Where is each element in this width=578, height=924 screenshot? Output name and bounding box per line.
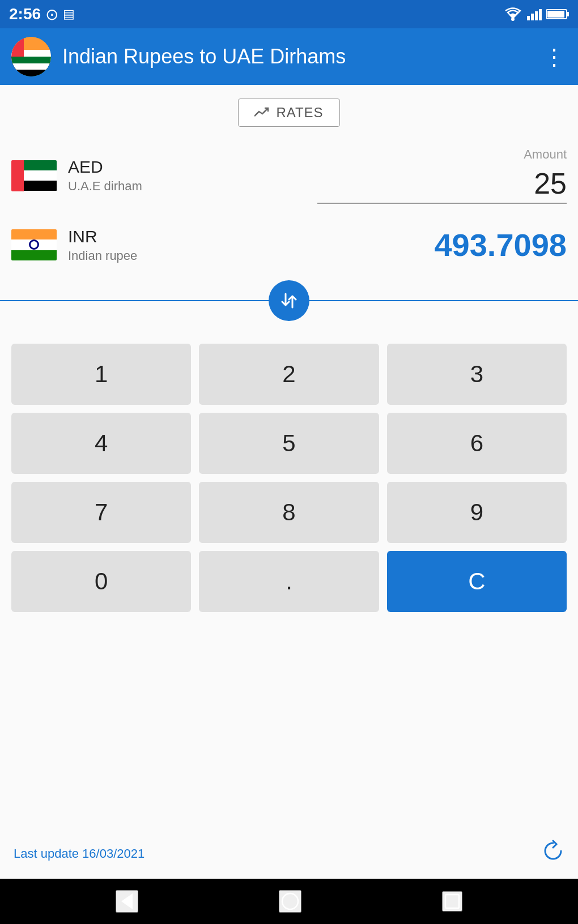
key-8[interactable]: 8: [199, 482, 379, 543]
svg-point-0: [511, 18, 515, 21]
to-currency-section: INR Indian rupee 493.7098: [0, 215, 578, 275]
svg-marker-4: [121, 893, 133, 909]
swap-button[interactable]: [269, 280, 309, 321]
status-bar: 2:56 ⊙ ▤: [0, 0, 578, 28]
key-2[interactable]: 2: [199, 344, 379, 405]
status-bar-left: 2:56 ⊙ ▤: [9, 5, 75, 24]
sd-icon: ▤: [63, 7, 75, 22]
key-clear[interactable]: C: [387, 551, 567, 612]
key-0[interactable]: 0: [11, 551, 191, 612]
signal-icon: [527, 8, 542, 20]
key-5[interactable]: 5: [199, 413, 379, 474]
key-1[interactable]: 1: [11, 344, 191, 405]
aed-code: AED: [68, 157, 317, 177]
bottom-nav: [0, 879, 578, 924]
rates-label: RATES: [276, 105, 323, 121]
key-dot[interactable]: .: [199, 551, 379, 612]
status-time: 2:56: [9, 5, 41, 23]
rates-button[interactable]: RATES: [238, 99, 339, 127]
menu-icon[interactable]: ⋮: [543, 44, 567, 70]
to-currency-row: INR Indian rupee 493.7098: [11, 215, 567, 275]
from-currency-section: AED U.A.E dirham Amount 25: [0, 136, 578, 215]
keypad: 1 2 3 4 5 6 7 8 9 0 . C: [0, 332, 578, 623]
amount-input[interactable]: 25: [317, 166, 567, 204]
converted-section: 493.7098: [317, 226, 567, 263]
inr-name: Indian rupee: [68, 249, 317, 263]
rates-container: RATES: [0, 85, 578, 136]
footer: Last update 16/03/2021: [0, 828, 578, 879]
key-4[interactable]: 4: [11, 413, 191, 474]
key-6[interactable]: 6: [387, 413, 567, 474]
aed-name: U.A.E dirham: [68, 179, 317, 194]
amount-section: Amount 25: [317, 147, 567, 204]
converted-value: 493.7098: [434, 226, 567, 263]
dot-icon: ⊙: [45, 5, 58, 24]
aed-flag: [11, 159, 57, 192]
battery-icon: [546, 8, 569, 20]
svg-rect-6: [445, 895, 459, 908]
refresh-icon[interactable]: [542, 840, 564, 867]
from-currency-row: AED U.A.E dirham Amount 25: [11, 136, 567, 215]
key-9[interactable]: 9: [387, 482, 567, 543]
svg-point-5: [282, 893, 298, 909]
inr-flag: [11, 228, 57, 262]
last-update: Last update 16/03/2021: [14, 846, 144, 861]
main-content: RATES AED U.A.E dirham: [0, 85, 578, 879]
key-3[interactable]: 3: [387, 344, 567, 405]
amount-label: Amount: [524, 147, 567, 162]
svg-rect-3: [547, 11, 564, 18]
app-logo: [11, 37, 51, 76]
toolbar-title: Indian Rupees to UAE Dirhams: [62, 45, 543, 69]
wifi-icon: [503, 7, 522, 22]
inr-code: INR: [68, 227, 317, 246]
back-button[interactable]: [116, 890, 138, 913]
trending-up-icon: [254, 107, 270, 118]
inr-info: INR Indian rupee: [68, 227, 317, 263]
key-7[interactable]: 7: [11, 482, 191, 543]
home-button[interactable]: [279, 890, 301, 913]
divider-row: [0, 280, 578, 321]
chakra: [29, 239, 39, 250]
status-bar-right: [503, 7, 569, 22]
recents-button[interactable]: [442, 891, 462, 912]
swap-icon: [278, 289, 300, 312]
svg-rect-2: [567, 12, 569, 16]
aed-info: AED U.A.E dirham: [68, 157, 317, 194]
toolbar: Indian Rupees to UAE Dirhams ⋮: [0, 28, 578, 85]
